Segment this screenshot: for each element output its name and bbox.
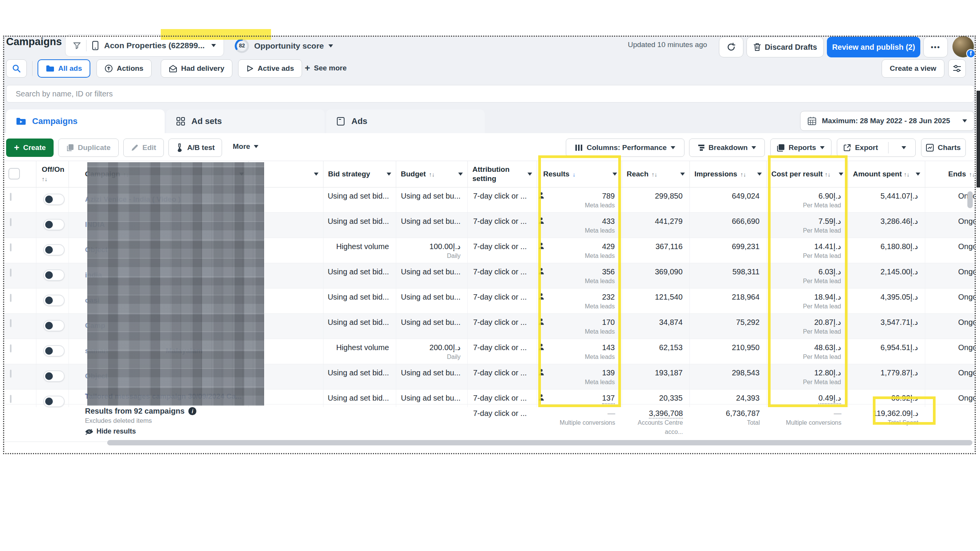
row-checkbox[interactable] <box>10 243 11 251</box>
more-options-button[interactable]: ••• <box>923 37 948 57</box>
footer-impressions-total: 6,736,787 Total <box>690 404 767 442</box>
reach-cell: 369,090 <box>622 263 690 288</box>
tab-ads[interactable]: Ads <box>326 109 485 133</box>
chevron-down-icon[interactable] <box>916 173 920 176</box>
export-button[interactable]: Export <box>837 139 916 157</box>
ab-test-label: A/B test <box>187 143 215 152</box>
edit-button[interactable]: Edit <box>123 139 164 157</box>
header-amount-spent[interactable]: Amount spent ↑↓ <box>848 161 925 187</box>
chevron-down-icon[interactable] <box>612 173 617 176</box>
vertical-scrollbar[interactable] <box>967 191 973 208</box>
off-on-toggle[interactable] <box>43 194 65 205</box>
footer-reach-total[interactable]: 3,396,708 Accounts Centre acco... <box>622 404 690 442</box>
off-on-toggle[interactable] <box>43 295 65 306</box>
lead-icon <box>538 293 544 300</box>
info-icon[interactable]: i <box>188 407 196 415</box>
chevron-down-icon[interactable] <box>839 173 843 176</box>
see-more-button[interactable]: + See more <box>305 64 347 73</box>
ab-test-button[interactable]: A/B test <box>168 139 222 157</box>
cost-per-result-cell: 6.90د.إ Per Meta lead <box>767 187 848 212</box>
view-settings-button[interactable] <box>948 59 966 78</box>
date-range-picker[interactable]: Maximum: 28 May 2022 - 28 Jun 2025 <box>800 111 974 131</box>
row-checkbox[interactable] <box>10 344 11 352</box>
charts-button[interactable]: Charts <box>921 139 966 157</box>
create-view-button[interactable]: Create a view <box>882 59 944 78</box>
impressions-cell: 598,311 <box>690 263 767 288</box>
filter-all-ads[interactable]: All ads <box>38 59 90 78</box>
row-checkbox[interactable] <box>10 294 11 302</box>
row-toggle-cell <box>36 238 69 263</box>
row-toggle-cell <box>36 187 69 212</box>
export-dropdown[interactable] <box>892 139 915 156</box>
header-results[interactable]: Results↓ <box>537 161 622 187</box>
search-button[interactable] <box>6 59 27 78</box>
avatar[interactable]: f <box>952 36 974 57</box>
header-reach[interactable]: Reach↑↓ <box>622 161 690 187</box>
off-on-toggle[interactable] <box>43 320 65 331</box>
export-main[interactable]: Export <box>837 139 884 156</box>
breakdown-button[interactable]: Breakdown <box>689 139 765 157</box>
amount-spent-cell: 3,547.71د.إ <box>848 314 925 339</box>
lead-icon <box>538 217 544 224</box>
budget-cell: Using ad set bu... <box>396 314 468 339</box>
row-checkbox[interactable] <box>10 319 11 327</box>
chevron-down-icon[interactable] <box>387 173 391 176</box>
select-all-checkbox[interactable] <box>8 168 20 179</box>
chevron-down-icon[interactable] <box>528 173 532 176</box>
horizontal-scrollbar[interactable] <box>107 440 972 445</box>
divider <box>888 142 889 153</box>
lead-icon <box>538 192 544 199</box>
header-ends[interactable]: Ends↑↓ <box>925 161 979 187</box>
filter-had-delivery[interactable]: Had delivery <box>161 59 232 78</box>
create-label: Create <box>23 143 46 152</box>
row-checkbox[interactable] <box>10 395 11 403</box>
create-button[interactable]: + Create <box>6 139 54 157</box>
row-checkbox-cell <box>4 187 36 212</box>
chevron-down-icon[interactable] <box>314 173 318 176</box>
edit-label: Edit <box>142 143 156 152</box>
header-budget[interactable]: Budget↑↓ <box>396 161 468 187</box>
row-checkbox[interactable] <box>10 218 11 226</box>
reach-cell: 441,279 <box>622 213 690 238</box>
more-menu[interactable]: More <box>233 142 258 151</box>
filter-active-ads[interactable]: Active ads <box>238 59 302 78</box>
header-cost-per-result[interactable]: Cost per result ↑↓ <box>767 161 848 187</box>
row-checkbox[interactable] <box>10 193 11 201</box>
charts-label: Charts <box>938 143 960 152</box>
header-attribution[interactable]: Attribution setting <box>468 161 537 187</box>
row-checkbox[interactable] <box>10 370 11 378</box>
off-on-toggle[interactable] <box>43 244 65 256</box>
tab-ad-sets[interactable]: Ad sets <box>166 109 325 133</box>
hide-results-button[interactable]: Hide results <box>85 427 249 435</box>
search-input[interactable] <box>7 85 980 102</box>
discard-drafts-button[interactable]: Discard Drafts <box>746 37 824 57</box>
filter-label: Actions <box>117 64 144 73</box>
off-on-toggle[interactable] <box>43 269 65 281</box>
review-publish-button[interactable]: Review and publish (2) <box>827 37 920 57</box>
opportunity-score[interactable]: 82 Opportunity score <box>234 38 333 54</box>
chevron-down-icon[interactable] <box>757 173 762 176</box>
tab-campaigns[interactable]: Campaigns <box>6 109 165 133</box>
attribution-cell: 7-day click or ... <box>468 339 537 364</box>
highlight-account <box>161 29 271 40</box>
off-on-toggle[interactable] <box>43 370 65 382</box>
header-off-on[interactable]: Off/On↑↓ <box>36 161 69 187</box>
export-label: Export <box>855 143 878 152</box>
chevron-down-icon[interactable] <box>680 173 685 176</box>
chevron-down-icon <box>671 146 675 149</box>
filter-actions[interactable]: Actions <box>96 59 152 78</box>
duplicate-button[interactable]: Duplicate <box>58 139 119 157</box>
refresh-button[interactable] <box>719 37 743 57</box>
off-on-toggle[interactable] <box>43 219 65 230</box>
columns-button[interactable]: Columns: Performance <box>566 139 684 157</box>
chevron-down-icon[interactable] <box>458 173 463 176</box>
off-on-toggle[interactable] <box>43 345 65 357</box>
header-bid-strategy[interactable]: Bid strategy <box>323 161 396 187</box>
impressions-cell: 210,950 <box>690 339 767 364</box>
ab-test-flask-icon <box>176 143 183 152</box>
row-checkbox[interactable] <box>10 269 11 277</box>
divider <box>86 40 87 51</box>
reports-button[interactable]: Reports <box>770 139 831 157</box>
privacy-blur-mosaic <box>87 162 264 406</box>
header-impressions[interactable]: Impressions↑↓ <box>690 161 767 187</box>
